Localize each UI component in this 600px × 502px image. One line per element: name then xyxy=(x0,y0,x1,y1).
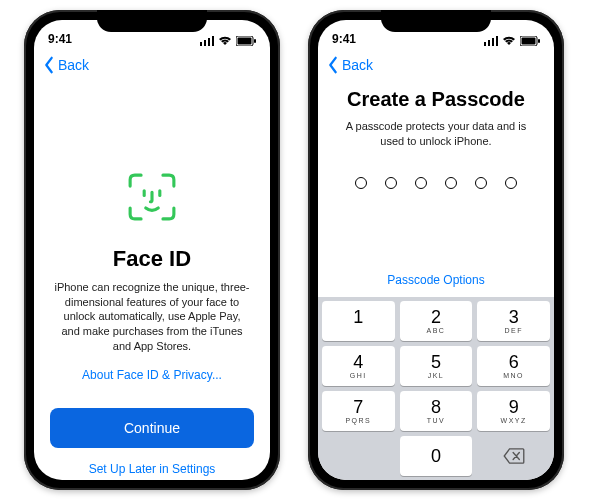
notch xyxy=(381,10,491,32)
status-time: 9:41 xyxy=(48,32,72,46)
svg-rect-2 xyxy=(208,38,210,46)
key-letters: GHI xyxy=(350,372,367,379)
numeric-keypad: 1 2ABC3DEF4GHI5JKL6MNO7PQRS8TUV9WXYZ0 xyxy=(318,297,554,480)
key-letters: PQRS xyxy=(345,417,371,424)
key-letters: TUV xyxy=(427,417,446,424)
key-letters: JKL xyxy=(428,372,445,379)
passcode-dot xyxy=(445,177,457,189)
svg-rect-11 xyxy=(492,38,494,46)
keypad-key-4[interactable]: 4GHI xyxy=(322,346,395,386)
key-number: 1 xyxy=(353,308,363,326)
about-faceid-link[interactable]: About Face ID & Privacy... xyxy=(82,368,222,382)
key-letters xyxy=(357,327,360,334)
passcode-dot xyxy=(505,177,517,189)
back-label: Back xyxy=(342,57,373,73)
keypad-key-0[interactable]: 0 xyxy=(400,436,473,476)
backspace-icon xyxy=(503,448,525,464)
key-number: 7 xyxy=(353,398,363,416)
page-description: A passcode protects your data and is use… xyxy=(334,119,538,149)
svg-rect-3 xyxy=(212,36,214,46)
key-number: 4 xyxy=(353,353,363,371)
screen-passcode: 9:41 Back Create a Passcode A passcode p… xyxy=(318,20,554,480)
phone-faceid: 9:41 Back xyxy=(24,10,280,490)
svg-rect-10 xyxy=(488,40,490,46)
wifi-icon xyxy=(502,36,516,46)
face-id-icon xyxy=(127,172,177,222)
svg-rect-1 xyxy=(204,40,206,46)
key-number: 6 xyxy=(509,353,519,371)
svg-rect-12 xyxy=(496,36,498,46)
svg-rect-5 xyxy=(238,38,252,45)
page-title: Create a Passcode xyxy=(334,88,538,111)
keypad-blank xyxy=(322,436,395,476)
keypad-key-2[interactable]: 2ABC xyxy=(400,301,473,341)
continue-button[interactable]: Continue xyxy=(50,408,254,448)
screen-faceid: 9:41 Back xyxy=(34,20,270,480)
keypad-key-5[interactable]: 5JKL xyxy=(400,346,473,386)
key-number: 0 xyxy=(431,447,441,465)
passcode-dots xyxy=(334,177,538,189)
wifi-icon xyxy=(218,36,232,46)
key-letters: DEF xyxy=(504,327,523,334)
back-button[interactable]: Back xyxy=(326,56,373,74)
key-number: 5 xyxy=(431,353,441,371)
cellular-icon xyxy=(200,36,214,46)
key-number: 2 xyxy=(431,308,441,326)
passcode-dot xyxy=(355,177,367,189)
setup-later-link[interactable]: Set Up Later in Settings xyxy=(89,462,216,480)
key-letters: MNO xyxy=(503,372,524,379)
keypad-key-3[interactable]: 3DEF xyxy=(477,301,550,341)
chevron-left-icon xyxy=(42,56,56,74)
passcode-options-link[interactable]: Passcode Options xyxy=(334,273,538,287)
status-time: 9:41 xyxy=(332,32,356,46)
chevron-left-icon xyxy=(326,56,340,74)
passcode-dot xyxy=(415,177,427,189)
key-number: 9 xyxy=(509,398,519,416)
navbar: Back xyxy=(34,48,270,82)
battery-icon xyxy=(236,36,256,46)
key-letters: ABC xyxy=(427,327,446,334)
passcode-dot xyxy=(475,177,487,189)
svg-rect-6 xyxy=(254,39,256,43)
keypad-key-8[interactable]: 8TUV xyxy=(400,391,473,431)
svg-rect-0 xyxy=(200,42,202,46)
navbar: Back xyxy=(318,48,554,82)
back-label: Back xyxy=(58,57,89,73)
passcode-dot xyxy=(385,177,397,189)
keypad-key-9[interactable]: 9WXYZ xyxy=(477,391,550,431)
back-button[interactable]: Back xyxy=(42,56,89,74)
battery-icon xyxy=(520,36,540,46)
svg-rect-9 xyxy=(484,42,486,46)
cellular-icon xyxy=(484,36,498,46)
keypad-key-1[interactable]: 1 xyxy=(322,301,395,341)
keypad-key-7[interactable]: 7PQRS xyxy=(322,391,395,431)
notch xyxy=(97,10,207,32)
key-number: 8 xyxy=(431,398,441,416)
key-letters: WXYZ xyxy=(501,417,527,424)
svg-rect-15 xyxy=(538,39,540,43)
page-description: iPhone can recognize the unique, three-d… xyxy=(50,280,254,354)
page-title: Face ID xyxy=(113,246,191,272)
keypad-key-6[interactable]: 6MNO xyxy=(477,346,550,386)
svg-rect-14 xyxy=(522,38,536,45)
keypad-delete[interactable] xyxy=(477,436,550,476)
phone-passcode: 9:41 Back Create a Passcode A passcode p… xyxy=(308,10,564,490)
key-number: 3 xyxy=(509,308,519,326)
